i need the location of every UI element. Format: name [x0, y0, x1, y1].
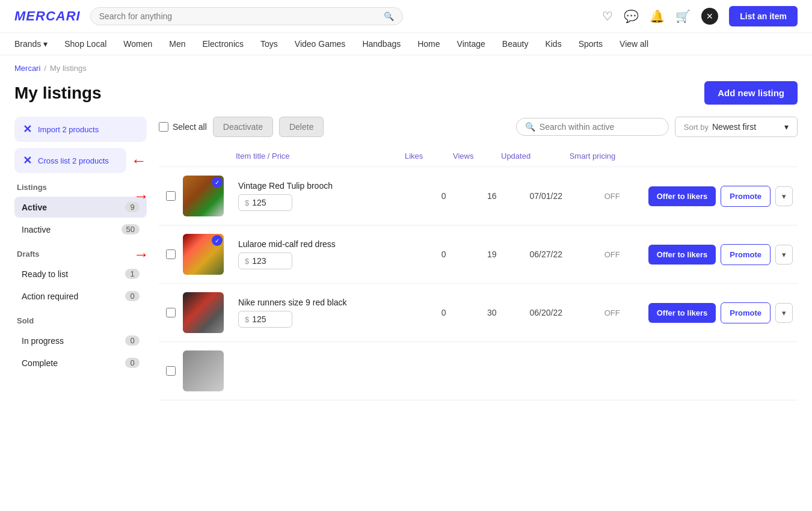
message-icon[interactable]: 💬: [624, 9, 639, 23]
cross-list-card[interactable]: ✕ Cross list 2 products: [14, 148, 126, 173]
category-brands[interactable]: Brands ▾: [14, 39, 48, 49]
category-vintage[interactable]: Vintage: [457, 39, 485, 49]
cross-list-label: Cross list 2 products: [38, 156, 109, 165]
category-home[interactable]: Home: [417, 39, 440, 49]
search-active-icon: 🔍: [525, 122, 535, 132]
deactivate-button[interactable]: Deactivate: [213, 117, 273, 137]
breadcrumb-root[interactable]: Mercari: [14, 64, 40, 73]
sidebar-item-active[interactable]: Active 9: [14, 197, 147, 218]
row-checkbox[interactable]: [159, 249, 183, 259]
th-smart: Smart pricing: [556, 149, 629, 163]
price-box[interactable]: $ 123: [238, 252, 292, 269]
import-products-card[interactable]: ✕ Import 2 products: [14, 117, 147, 142]
sidebar-item-inactive[interactable]: Inactive 50: [14, 219, 147, 240]
sidebar-inprogress-count: 0: [125, 335, 140, 346]
category-electronics[interactable]: Electronics: [203, 39, 244, 49]
heart-icon[interactable]: ♡: [602, 9, 613, 23]
category-handbags[interactable]: Handbags: [362, 39, 401, 49]
search-active-input[interactable]: [540, 122, 660, 132]
views-cell: 16: [468, 191, 516, 201]
row-checkbox[interactable]: [159, 366, 183, 376]
sidebar-complete-count: 0: [125, 358, 140, 368]
red-arrow-0: →: [134, 187, 149, 206]
search-bar[interactable]: 🔍: [90, 7, 403, 25]
page-title-row: My listings Add new listing: [0, 76, 812, 117]
row-checkbox[interactable]: [159, 308, 183, 317]
price-value: 123: [252, 256, 266, 266]
row-select-checkbox[interactable]: [166, 308, 176, 317]
import-label: Import 2 products: [38, 125, 99, 134]
table-row: Nike runners size 9 red black $ 125 0 30…: [159, 284, 798, 342]
category-sports[interactable]: Sports: [579, 39, 603, 49]
delete-button[interactable]: Delete: [279, 117, 324, 137]
search-icon: 🔍: [384, 11, 394, 21]
sort-chevron-icon: ▾: [784, 122, 789, 132]
main-layout: ✕ Import 2 products ✕ Cross list 2 produ…: [0, 117, 812, 400]
page-title: My listings: [14, 84, 102, 103]
breadcrumb-separator: /: [44, 64, 46, 73]
row-checkbox[interactable]: [159, 191, 183, 201]
top-nav: MERCARI 🔍 ♡ 💬 🔔 🛒 ✕ List an item: [0, 0, 812, 33]
category-beauty[interactable]: Beauty: [502, 39, 529, 49]
promote-button[interactable]: Promote: [721, 244, 770, 265]
th-image: [183, 149, 231, 163]
row-select-checkbox[interactable]: [166, 191, 176, 201]
price-box[interactable]: $ 125: [238, 311, 292, 328]
th-views: Views: [448, 149, 496, 163]
category-men[interactable]: Men: [169, 39, 185, 49]
price-dollar: $: [245, 198, 249, 207]
sidebar-ready-count: 1: [125, 269, 140, 279]
item-image-wrap: [183, 292, 224, 333]
sidebar-item-ready-to-list[interactable]: Ready to list 1: [14, 263, 147, 284]
list-item-button[interactable]: List an item: [729, 6, 798, 26]
sidebar-item-in-progress[interactable]: In progress 0: [14, 330, 147, 351]
item-title: Lularoe mid-calf red dress: [238, 239, 413, 249]
more-actions-button[interactable]: ▾: [775, 303, 793, 323]
more-actions-button[interactable]: ▾: [775, 245, 793, 265]
more-actions-button[interactable]: ▾: [775, 186, 793, 206]
bell-icon[interactable]: 🔔: [650, 9, 665, 23]
search-active-box[interactable]: 🔍: [516, 118, 669, 136]
sidebar-inactive-name: Inactive: [22, 225, 51, 234]
sidebar-action-count: 0: [125, 291, 140, 301]
category-women[interactable]: Women: [123, 39, 152, 49]
sidebar-active-name: Active: [22, 203, 47, 212]
sidebar-item-complete[interactable]: Complete 0: [14, 352, 147, 373]
price-value: 125: [252, 314, 266, 324]
promote-button[interactable]: Promote: [721, 302, 770, 323]
sidebar-inprogress-name: In progress: [22, 336, 64, 346]
user-avatar[interactable]: ✕: [701, 8, 718, 25]
updated-cell: 06/20/22: [516, 308, 576, 317]
category-shop-local[interactable]: Shop Local: [64, 39, 106, 49]
category-toys[interactable]: Toys: [260, 39, 278, 49]
row-select-checkbox[interactable]: [166, 249, 176, 259]
likes-cell: 0: [420, 308, 468, 317]
row-select-checkbox[interactable]: [166, 366, 176, 376]
sort-dropdown[interactable]: Newest first Oldest first Price: Low to …: [712, 122, 781, 132]
offer-to-likers-button[interactable]: Offer to likers: [648, 245, 716, 265]
th-checkbox: [159, 149, 183, 163]
category-view-all[interactable]: View all: [620, 39, 648, 49]
search-input[interactable]: [99, 11, 384, 21]
toolbar: Select all Deactivate Delete 🔍 Sort by N…: [159, 117, 798, 137]
promote-button[interactable]: Promote: [721, 186, 770, 207]
sort-select-wrap[interactable]: Sort by Newest first Oldest first Price:…: [675, 117, 798, 137]
item-info: Nike runners size 9 red black $ 125: [231, 298, 420, 328]
offer-to-likers-button[interactable]: Offer to likers: [648, 186, 716, 206]
cart-icon[interactable]: 🛒: [675, 9, 691, 23]
price-box[interactable]: $ 125: [238, 194, 292, 211]
nav-icons: ♡ 💬 🔔 🛒 ✕ List an item: [602, 6, 798, 26]
actions-cell: Offer to likers Promote ▾: [648, 244, 798, 265]
category-kids[interactable]: Kids: [545, 39, 561, 49]
th-likes: Likes: [400, 149, 448, 163]
select-all-checkbox[interactable]: [159, 122, 168, 132]
category-video-games[interactable]: Video Games: [295, 39, 346, 49]
price-value: 125: [252, 198, 266, 207]
sidebar-item-action-required[interactable]: Action required 0: [14, 286, 147, 307]
table-row: [159, 342, 798, 400]
views-cell: 19: [468, 249, 516, 259]
offer-to-likers-button[interactable]: Offer to likers: [648, 303, 716, 323]
sidebar-listings-label: Listings: [14, 183, 147, 192]
add-new-listing-button[interactable]: Add new listing: [704, 81, 798, 105]
price-dollar: $: [245, 315, 249, 324]
